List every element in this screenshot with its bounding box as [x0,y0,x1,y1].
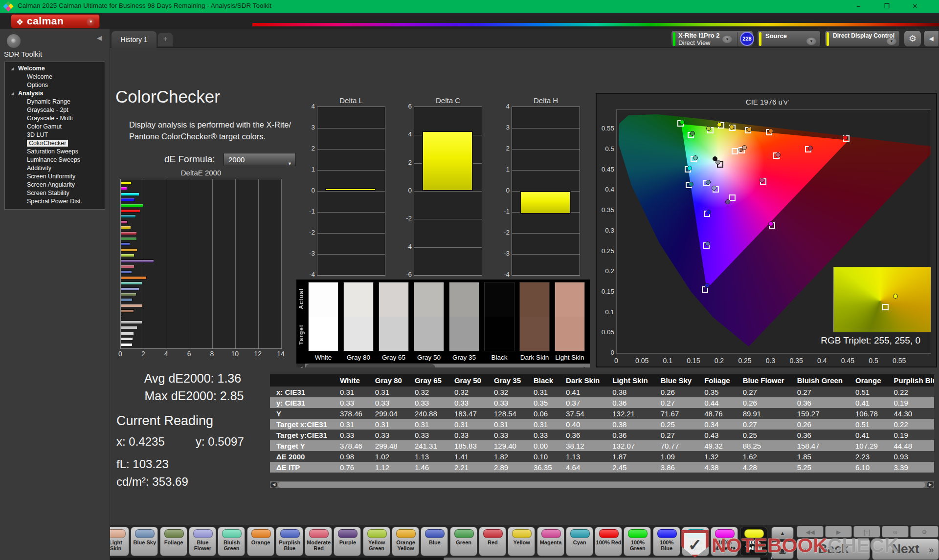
y-tick-label: -2 [300,229,315,236]
sidebar-item-spectral-power-dist-[interactable]: Spectral Power Dist. [5,197,105,206]
source-dropdown[interactable]: Source ▼ [757,30,821,47]
patch-button-label: 100% Blue [654,539,680,551]
patch-button-yellow[interactable]: Yellow [508,527,535,556]
scroll-left-icon[interactable]: ◀ [270,482,277,488]
patch-selector-bar: Light SkinBlue SkyFoliageBlue FlowerBlui… [110,525,939,560]
table-header-row: WhiteGray 80Gray 65Gray 50Gray 35BlackDa… [270,374,934,387]
add-tab-button[interactable]: + [158,33,173,46]
de-formula-select[interactable]: 2000 ▼ [224,153,296,166]
display-control-dropdown[interactable]: Direct Display Control ▼ [825,30,900,47]
sidebar-item-screen-angularity[interactable]: Screen Angularity [5,181,105,189]
workflow-radio-button[interactable] [7,34,21,48]
settings-button[interactable]: ⚙ [904,30,921,47]
patch-button-magenta[interactable]: Magenta [537,527,564,556]
x-tick-label: 10 [227,350,242,358]
sidebar-item-saturation-sweeps[interactable]: Saturation Sweeps [5,148,105,156]
patch-button-green[interactable]: Green [450,527,477,556]
chevron-down-icon: ▼ [722,36,732,43]
patch-scrollbar[interactable]: ▶ [110,558,768,560]
swatch-label: White [304,354,343,361]
deltae-bar-foliage [121,293,136,296]
patch-button-foliage[interactable]: Foliage [160,527,187,556]
cie-x-tick: 0.1 [658,357,677,365]
patch-button-blue-flower[interactable]: Blue Flower [189,527,216,556]
swatch-light-skin [555,282,585,351]
patch-button-label: Cyan [567,539,593,545]
patch-button-orange[interactable]: Orange [247,527,274,556]
table-cell: 0.38 [606,419,654,430]
chevron-down-icon: ▼ [87,18,95,26]
sidebar-item-color-gamut[interactable]: Color Gamut [5,123,105,131]
options-button[interactable]: ⚙ [910,526,939,538]
patch-button-blue[interactable]: Blue [421,527,448,556]
scroll-left-icon[interactable]: ◀ [296,364,305,367]
table-cell: 185.83 [448,440,488,451]
sidebar-item-screen-stability[interactable]: Screen Stability [5,189,105,197]
table-header-cell: Gray 65 [408,374,448,387]
maximize-icon[interactable]: ❐ [875,0,898,13]
calman-menu-button[interactable]: ❖ calman ▼ [11,14,100,28]
patch-button-cyan[interactable]: Cyan [566,527,593,556]
y-tick-label: -3 [495,250,510,257]
collapse-panel-button[interactable]: ◀ [923,30,939,47]
table-scrollbar[interactable]: ◀ ▶ [270,481,934,488]
patch-color-chip [280,529,300,538]
cie-measured-marker [706,180,711,185]
deltae-bar-red [121,232,137,235]
meter-count-badge[interactable]: 228 [740,32,754,46]
table-header-cell: Gray 50 [448,374,488,387]
patch-button-100-green[interactable]: 100% Green [624,527,651,556]
tab-history-1[interactable]: History 1 [112,31,156,48]
scrollbar-thumb[interactable] [306,364,435,367]
patch-button-yellow-green[interactable]: Yellow Green [363,527,390,556]
patch-button-100-red[interactable]: 100% Red [595,527,622,556]
scrollbar-thumb[interactable] [278,482,925,488]
table-cell: 241.31 [408,440,448,451]
sidebar-item-grayscale-multi[interactable]: Grayscale - Multi [5,114,105,123]
patch-button-blue-sky[interactable]: Blue Sky [131,527,158,556]
sidebar-item-welcome[interactable]: Welcome [5,65,105,73]
swatch-compare-panel: Actual Target WhiteGray 80Gray 65Gray 50… [296,280,590,367]
patch-button-light-skin[interactable]: Light Skin [110,527,129,556]
sidebar-item-dynamic-range[interactable]: Dynamic Range [5,98,105,106]
meter-dropdown[interactable]: X-Rite i1Pro 2 Direct View ▼ 228 [671,30,753,47]
deltae-bar-blue-flower [121,287,139,291]
patch-button-orange-yellow[interactable]: Orange Yellow [392,527,419,556]
patch-button-moderate-red[interactable]: Moderate Red [305,527,332,556]
patch-button-bluish-green[interactable]: Bluish Green [218,527,245,556]
close-icon[interactable]: ✕ [904,0,926,13]
scroll-right-icon[interactable]: ▶ [581,364,590,367]
patch-button-100-blue[interactable]: 100% Blue [653,527,680,556]
sidebar-item-colorchecker[interactable]: ColorChecker [5,139,105,148]
scroll-right-icon[interactable]: ▶ [927,482,934,488]
cie-y-tick: 0.5 [598,145,614,152]
patch-button-red[interactable]: Red [479,527,506,556]
gridline [512,254,580,255]
deltae-bar-moderate-red [121,265,134,268]
swatch-scrollbar[interactable]: ◀ ▶ [296,364,590,367]
expand-arrow-icon[interactable] [11,67,14,70]
sidebar-collapse-icon[interactable]: ◀ [97,34,102,42]
x-tick-label: 6 [182,350,197,358]
table-cell: 1.82 [488,451,527,462]
table-cell: 2.45 [606,462,654,473]
sidebar-item-label: Screen Angularity [27,181,75,188]
minimize-icon[interactable]: – [847,0,870,13]
sidebar-title: SDR Toolkit [4,50,42,58]
sidebar-item-3d-lut[interactable]: 3D LUT [5,131,105,139]
sidebar-item-screen-uniformity[interactable]: Screen Uniformity [5,172,105,181]
sidebar-item-additivity[interactable]: Additivity [5,164,105,172]
patch-button-purple[interactable]: Purple [334,527,361,556]
delta-l-chart [317,107,385,276]
deltae-bar-100-magenta [121,187,127,190]
cie-y-tick: 0.4 [598,186,614,193]
sidebar-item-welcome[interactable]: Welcome [5,73,105,81]
scrollbar-thumb[interactable] [444,558,760,560]
sidebar-item-label: Spectral Power Dist. [27,198,82,205]
sidebar-item-grayscale-2pt[interactable]: Grayscale - 2pt [5,106,105,114]
sidebar-item-luminance-sweeps[interactable]: Luminance Sweeps [5,156,105,164]
sidebar-item-options[interactable]: Options [5,81,105,89]
sidebar-item-analysis[interactable]: Analysis [5,89,105,98]
patch-button-purplish-blue[interactable]: Purplish Blue [276,527,303,556]
expand-arrow-icon[interactable] [11,92,14,95]
